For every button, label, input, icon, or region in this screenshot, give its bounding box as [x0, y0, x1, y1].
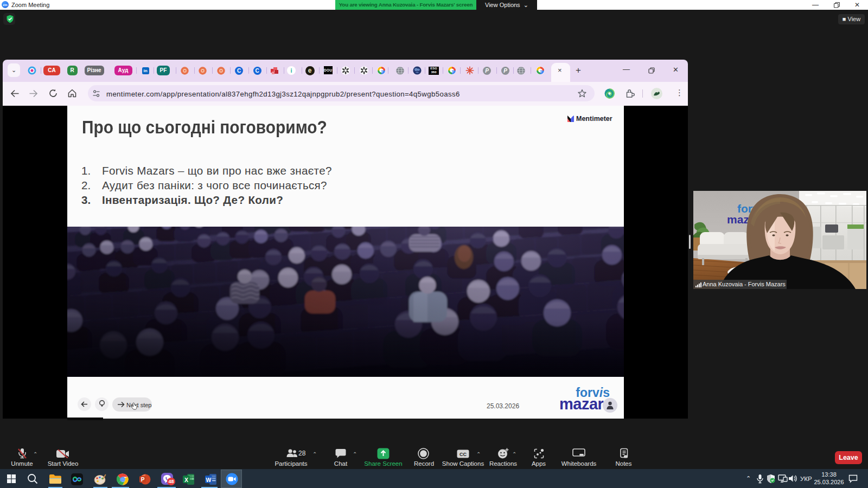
- svg-text:CC: CC: [459, 452, 467, 457]
- svg-text:X: X: [184, 477, 188, 483]
- svg-text:P: P: [141, 477, 145, 483]
- svg-text:W: W: [206, 477, 212, 483]
